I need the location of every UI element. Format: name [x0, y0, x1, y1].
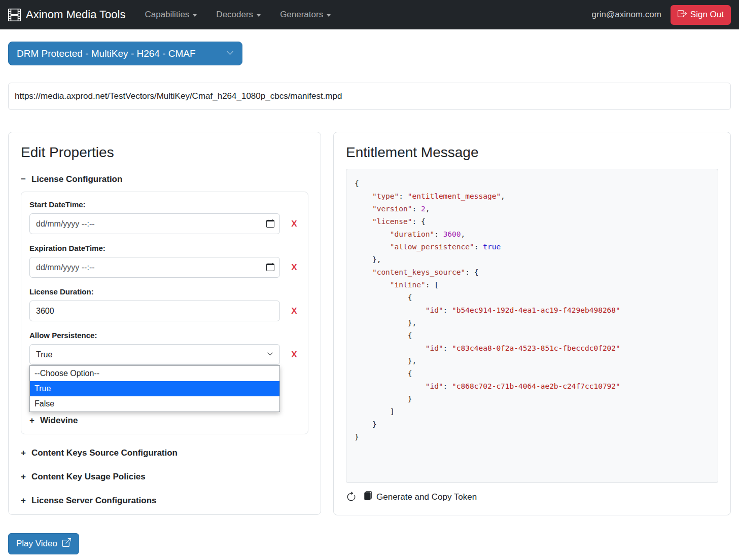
- refresh-button[interactable]: [346, 492, 357, 502]
- collapse-icon: −: [21, 174, 26, 184]
- play-video-label: Play Video: [16, 539, 57, 549]
- film-icon: [8, 9, 21, 21]
- option-false[interactable]: False: [30, 396, 279, 412]
- entitlement-message-card: Entitlement Message { "type": "entitleme…: [333, 132, 731, 515]
- test-vector-value: DRM Protected - MultiKey - H264 - CMAF: [17, 48, 196, 59]
- external-link-icon: [62, 538, 71, 549]
- expand-icon: +: [21, 496, 26, 506]
- license-duration-group: License Duration: X: [29, 287, 300, 321]
- manifest-url: https://media.axprod.net/TestVectors/Mul…: [8, 83, 731, 110]
- expiration-datetime-input[interactable]: [29, 257, 280, 278]
- entitlement-message-title: Entitlement Message: [346, 144, 718, 161]
- license-duration-input[interactable]: [29, 301, 280, 321]
- section-label: License Server Configurations: [31, 496, 157, 506]
- allow-persistence-select[interactable]: True: [29, 344, 280, 365]
- section-license-configuration[interactable]: − License Configuration: [21, 174, 308, 184]
- license-duration-label: License Duration:: [29, 287, 300, 296]
- nav-item-label: Decoders: [216, 10, 253, 20]
- clear-expiration-datetime-button[interactable]: X: [289, 263, 300, 273]
- edit-properties-title: Edit Properties: [21, 144, 308, 161]
- start-datetime-label: Start DateTime:: [29, 200, 300, 209]
- start-datetime-group: Start DateTime: X: [29, 200, 300, 234]
- nav-right: grin@axinom.com Sign Out: [592, 5, 731, 25]
- section-content-key-usage-policies[interactable]: + Content Key Usage Policies: [21, 472, 308, 482]
- nav-item-capabilities[interactable]: Capabilities: [145, 10, 197, 20]
- brand-title: Axinom Media Tools: [26, 8, 125, 21]
- nav-item-decoders[interactable]: Decoders: [216, 10, 261, 20]
- expand-icon: +: [21, 448, 26, 458]
- license-configuration-panel: Start DateTime: X Expiration DateTime:: [21, 192, 308, 434]
- sign-out-label: Sign Out: [690, 10, 724, 20]
- edit-properties-card: Edit Properties − License Configuration …: [8, 132, 321, 515]
- section-label: Widevine: [40, 416, 78, 426]
- chevron-down-icon: [267, 350, 273, 359]
- copy-icon: [363, 491, 372, 503]
- option-true[interactable]: True: [30, 381, 279, 396]
- sign-out-button[interactable]: Sign Out: [671, 5, 731, 25]
- section-widevine[interactable]: + Widevine: [29, 416, 300, 426]
- user-email: grin@axinom.com: [592, 10, 661, 20]
- clear-license-duration-button[interactable]: X: [289, 306, 300, 316]
- test-vector-select[interactable]: DRM Protected - MultiKey - H264 - CMAF: [8, 42, 242, 65]
- section-license-server-configurations[interactable]: + License Server Configurations: [21, 496, 308, 506]
- caret-down-icon: [327, 14, 331, 17]
- box-arrow-right-icon: [678, 9, 687, 21]
- nav-item-label: Capabilities: [145, 10, 189, 20]
- allow-persistence-dropdown: --Choose Option-- True False: [29, 365, 280, 412]
- expand-icon: +: [29, 416, 34, 426]
- option-choose[interactable]: --Choose Option--: [30, 366, 279, 381]
- allow-persistence-label: Allow Persistence:: [29, 331, 300, 340]
- play-video-button[interactable]: Play Video: [8, 533, 79, 554]
- nav-links: Capabilities Decoders Generators: [145, 10, 331, 20]
- caret-down-icon: [257, 14, 261, 17]
- expiration-datetime-group: Expiration DateTime: X: [29, 244, 300, 278]
- calendar-icon[interactable]: [266, 219, 274, 228]
- navbar: Axinom Media Tools Capabilities Decoders…: [0, 0, 739, 29]
- section-label: Content Key Usage Policies: [31, 472, 146, 482]
- nav-item-generators[interactable]: Generators: [280, 10, 331, 20]
- expand-icon: +: [21, 472, 26, 482]
- section-content-keys-source[interactable]: + Content Keys Source Configuration: [21, 448, 308, 458]
- caret-down-icon: [193, 14, 197, 17]
- clear-allow-persistence-button[interactable]: X: [289, 350, 300, 360]
- nav-item-label: Generators: [280, 10, 323, 20]
- expiration-datetime-label: Expiration DateTime:: [29, 244, 300, 252]
- allow-persistence-value: True: [36, 350, 52, 359]
- generate-copy-token-label: Generate and Copy Token: [376, 492, 477, 502]
- chevron-down-icon: [226, 48, 234, 59]
- clear-start-datetime-button[interactable]: X: [289, 219, 300, 229]
- generate-copy-token-button[interactable]: Generate and Copy Token: [363, 491, 477, 503]
- section-label: Content Keys Source Configuration: [31, 448, 178, 458]
- allow-persistence-group: Allow Persistence: True --Choose Option-…: [29, 331, 300, 365]
- section-label: License Configuration: [31, 174, 122, 184]
- entitlement-message-json: { "type": "entitlement_message", "versio…: [346, 169, 718, 483]
- start-datetime-input[interactable]: [29, 213, 280, 234]
- token-actions: Generate and Copy Token: [346, 491, 718, 503]
- calendar-icon[interactable]: [266, 263, 274, 271]
- brand[interactable]: Axinom Media Tools: [8, 8, 125, 21]
- main-content: Edit Properties − License Configuration …: [8, 132, 731, 515]
